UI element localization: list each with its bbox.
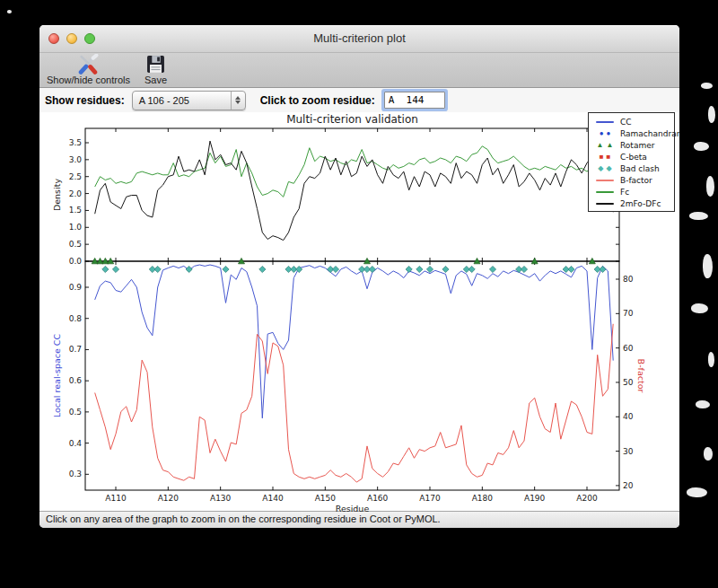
y-tick-label: 2.0 — [69, 189, 83, 198]
scan-artifact — [696, 400, 710, 408]
scan-artifact — [687, 487, 707, 497]
bad-clash-marker — [154, 266, 161, 272]
legend-entry: Fc — [593, 186, 671, 197]
window-title: Multi-criterion plot — [39, 25, 679, 52]
legend-entry: ■■C-beta — [593, 151, 671, 162]
x-axis-label: Residue — [336, 504, 370, 513]
legend-label: C-beta — [620, 153, 647, 162]
scan-artifact — [704, 447, 713, 461]
residue-range-dropdown[interactable]: A 106 - 205 — [132, 91, 246, 110]
show-residues-label: Show residues: — [45, 94, 125, 107]
x-tick-label: A150 — [315, 494, 337, 503]
chart-title: Multi-criterion validation — [286, 113, 418, 126]
x-tick-label: A120 — [158, 494, 180, 503]
top-plot-frame — [85, 128, 619, 261]
x-tick-label: A110 — [105, 494, 127, 503]
legend-label: Bad clash — [620, 164, 660, 173]
cc-line — [95, 265, 614, 418]
legend-entry: ●●Ramachandran — [593, 127, 671, 139]
save-label: Save — [144, 75, 167, 85]
x-tick-label: A170 — [419, 494, 441, 503]
b-factor-line — [95, 324, 614, 482]
stepper-icon[interactable] — [231, 92, 245, 110]
scan-artifact — [708, 352, 714, 367]
x-tick-label: A190 — [524, 494, 546, 503]
zoom-residue-label: Click to zoom residue: — [260, 94, 375, 107]
zoom-residue-input[interactable] — [384, 92, 445, 109]
zoom-button[interactable] — [84, 33, 95, 44]
rotamer-legend-symbol: ▲▲ — [593, 142, 617, 149]
show-hide-controls-label: Show/hide controls — [47, 75, 130, 85]
y-tick-label: 3.5 — [69, 138, 82, 147]
scan-artifact — [703, 254, 713, 278]
bad-clash-marker — [468, 266, 475, 272]
y-tick-label: 2.5 — [69, 172, 82, 181]
save-button[interactable]: Save — [144, 54, 167, 85]
y-tick-label: 70 — [623, 309, 634, 318]
x-tick-label: A160 — [367, 494, 389, 503]
bad-clash-marker — [102, 266, 109, 272]
bad-clash-marker — [489, 266, 495, 272]
scan-artifact — [691, 303, 708, 313]
window-controls — [48, 33, 95, 44]
desktop-background: Multi-criterion plot Show/hide controls — [0, 0, 718, 588]
scan-artifact — [7, 10, 12, 13]
density-axis-label: Density — [52, 179, 62, 211]
y-tick-label: 40 — [623, 412, 634, 421]
y-tick-label: 0.7 — [69, 345, 82, 354]
y-tick-label: 60 — [623, 344, 634, 353]
x-tick-label: A140 — [262, 494, 284, 503]
close-button[interactable] — [48, 33, 59, 44]
bad-clash-marker — [369, 266, 375, 272]
bad-clash-marker — [568, 266, 574, 272]
legend-label: Rotamer — [620, 141, 654, 150]
y-tick-label: 0.6 — [69, 376, 83, 385]
y-tick-label: 3.0 — [69, 155, 83, 164]
bad-clash-marker — [186, 266, 192, 272]
b-factor-axis-label: B-factor — [636, 359, 646, 393]
legend-entry: 2mFo-DFc — [593, 197, 671, 209]
stepper-down-icon — [235, 101, 241, 104]
bad-clash-marker — [426, 266, 433, 272]
plot-figure[interactable]: Multi-criterion validation0.00.51.01.52.… — [39, 112, 679, 511]
legend: CC●●Ramachandran▲▲Rotamer■■C-beta◆◆Bad c… — [588, 112, 675, 212]
twofo-dfc-line — [95, 141, 614, 241]
c-beta-legend-symbol: ■■ — [593, 154, 617, 161]
y-tick-label: 0.8 — [69, 314, 83, 323]
x-tick-label: A200 — [576, 494, 598, 503]
legend-label: Fc — [620, 188, 629, 197]
multi-criterion-plot-window: Multi-criterion plot Show/hide controls — [39, 25, 679, 528]
minimize-button[interactable] — [66, 33, 77, 44]
toolbar: Show/hide controls Save — [39, 53, 679, 88]
show-hide-controls-button[interactable]: Show/hide controls — [47, 54, 130, 85]
y-tick-label: 80 — [623, 275, 634, 284]
bad-clash-marker — [259, 266, 266, 272]
controls-row: Show residues: A 106 - 205 Click to zoom… — [39, 88, 679, 112]
titlebar[interactable]: Multi-criterion plot — [39, 25, 679, 53]
bad-clash-marker — [112, 266, 118, 272]
legend-entry: B-factor — [593, 174, 671, 186]
legend-entry: CC — [593, 116, 671, 127]
ramachandran-legend-symbol: ●● — [593, 130, 617, 137]
bad-clash-legend-symbol: ◆◆ — [593, 165, 617, 172]
fc-legend-symbol — [593, 191, 617, 193]
bad-clash-marker — [521, 266, 527, 272]
legend-entry: ▲▲Rotamer — [593, 139, 671, 151]
bad-clash-marker — [332, 266, 338, 272]
multi-criterion-chart[interactable]: Multi-criterion validation0.00.51.01.52.… — [39, 112, 679, 513]
residue-range-value: A 106 - 205 — [139, 95, 189, 106]
y-tick-label: 0.9 — [69, 283, 83, 292]
scan-artifact — [701, 83, 713, 89]
legend-entry: ◆◆Bad clash — [593, 162, 671, 174]
y-tick-label: 0.0 — [69, 257, 83, 266]
y-tick-label: 20 — [623, 481, 634, 490]
y-tick-label: 30 — [623, 447, 634, 456]
x-tick-label: A130 — [210, 494, 232, 503]
bottom-plot-frame — [85, 261, 619, 490]
y-tick-label: 0.3 — [69, 470, 82, 478]
bad-clash-marker — [416, 266, 423, 272]
legend-label: CC — [620, 118, 632, 127]
legend-label: 2mFo-DFc — [620, 199, 661, 208]
legend-label: B-factor — [620, 176, 652, 185]
scan-artifact — [689, 212, 708, 220]
